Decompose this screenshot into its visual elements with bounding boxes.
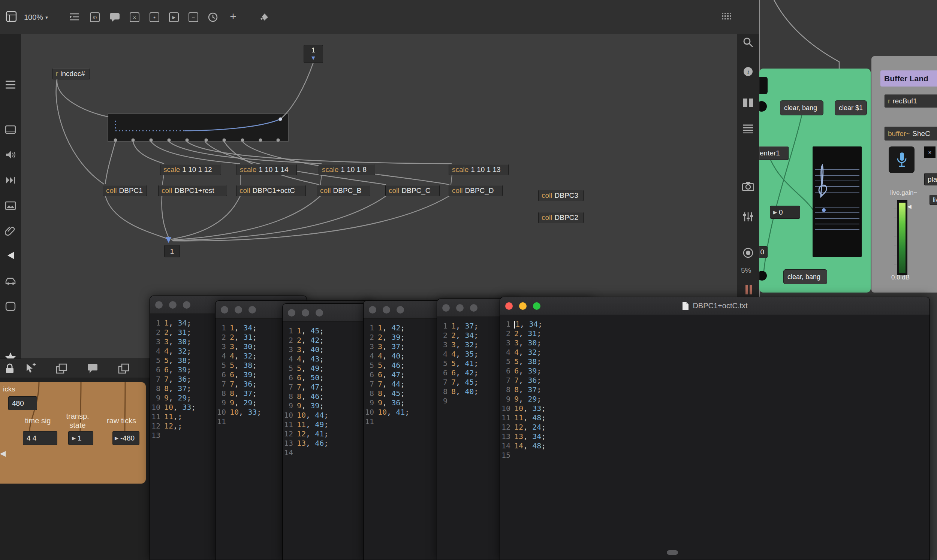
code-line: 1111, 48; (500, 413, 929, 423)
zoom-button[interactable] (316, 309, 323, 317)
menu-icon[interactable] (3, 77, 18, 92)
snapshot-camera-icon[interactable] (741, 178, 755, 194)
close-button[interactable] (288, 309, 295, 317)
top-number-widget[interactable]: 1 ▼ (304, 45, 323, 63)
object-scale-12[interactable]: scale1 10 1 12 (160, 164, 221, 175)
time-sig-value[interactable]: 4 4 (23, 431, 57, 445)
enter-object[interactable]: enter1 (759, 146, 789, 160)
attachment-icon[interactable] (3, 224, 18, 238)
front-editor-window[interactable]: DBPC1+octC.txt 11, 34;22, 31;33, 30;44, … (499, 297, 930, 560)
table-object[interactable] (108, 114, 288, 142)
minimize-button[interactable] (169, 301, 177, 309)
minimize-button[interactable] (383, 306, 390, 314)
object-buffer[interactable]: buffer~SheC (885, 127, 937, 140)
paint-bucket-icon[interactable] (257, 10, 272, 25)
select-cursor-icon[interactable] (23, 361, 37, 376)
object-scale-14[interactable]: scale1 10 1 14 (236, 164, 297, 175)
object-coll-dbpc1[interactable]: collDBPC1 (103, 185, 147, 196)
transp-state-value[interactable]: ▶1 (68, 431, 93, 445)
zoom-button[interactable] (533, 302, 541, 310)
record-icon[interactable] (741, 245, 755, 260)
add-object-icon[interactable]: + (226, 9, 240, 24)
flag-icon[interactable] (85, 361, 100, 376)
lock-icon[interactable] (2, 361, 17, 376)
clear-bang-message[interactable]: clear, bang (783, 269, 827, 284)
close-button[interactable] (369, 306, 376, 314)
play-object-cut[interactable]: pla (924, 173, 937, 185)
vehicle-icon[interactable] (3, 273, 18, 288)
object-scale-8[interactable]: scale1 10 1 8 (319, 164, 375, 175)
toggle-box-icon[interactable]: × (127, 10, 142, 25)
message-box-icon[interactable]: − (186, 10, 201, 25)
copy-icon[interactable] (116, 361, 131, 376)
console-icon[interactable] (3, 122, 18, 137)
clear-arg-message[interactable]: clear $1 (835, 100, 867, 115)
raw-ticks-value[interactable]: ▶-480 (113, 431, 139, 445)
meter-handle-icon[interactable]: ◀ (908, 203, 911, 209)
object-coll-dbpc2[interactable]: collDBPC2 (538, 212, 584, 223)
text-editor-content[interactable]: 11, 34;22, 31;33, 30;44, 32;55, 38;66, 3… (500, 315, 929, 460)
close-box[interactable]: × (924, 146, 935, 158)
window-titlebar[interactable]: DBPC1+octC.txt (500, 297, 929, 315)
pause-icon[interactable] (741, 282, 756, 297)
close-button[interactable] (155, 301, 163, 309)
object-coll-dbpc1-octc[interactable]: collDBPC1+octC (236, 185, 306, 196)
clock-icon[interactable] (205, 10, 220, 25)
search-icon[interactable] (741, 35, 755, 50)
indent-lines-icon[interactable] (67, 10, 82, 25)
close-button[interactable] (505, 302, 513, 310)
minimize-button[interactable] (519, 302, 527, 310)
line-number: 1 (216, 323, 230, 332)
ticks-top-value[interactable]: 480 (8, 396, 37, 410)
live-object-cut[interactable]: live (929, 195, 937, 205)
scrollbar-thumb[interactable] (667, 550, 678, 555)
zoom-button[interactable] (248, 306, 256, 314)
comment-icon[interactable] (107, 10, 122, 25)
app-window-icon[interactable] (5, 10, 18, 23)
close-button[interactable] (442, 304, 450, 312)
object-coll-dbpc1-rest[interactable]: collDBPC1+rest (158, 185, 227, 196)
grid-matrix-icon[interactable] (720, 10, 735, 25)
object-receive-recbuf[interactable]: rrecBuf1 (885, 94, 937, 108)
object-coll-dbpc-c[interactable]: collDBPC_C (385, 185, 440, 196)
code-line: 1010, 33; (500, 404, 929, 413)
list-icon[interactable] (741, 121, 755, 136)
audio-speaker-icon[interactable] (3, 147, 18, 162)
button-box-icon[interactable]: ● (147, 10, 162, 25)
mixer-icon[interactable] (741, 209, 755, 225)
object-scale-13[interactable]: scale1 10 1 13 (448, 164, 509, 175)
close-button[interactable] (221, 306, 228, 314)
back-arrow-icon[interactable] (3, 248, 18, 263)
line-number: 11 (150, 412, 164, 422)
media-image-icon[interactable] (3, 198, 18, 213)
object-coll-dbpc3[interactable]: collDBPC3 (538, 190, 584, 201)
line-number: 5 (216, 361, 230, 370)
microphone-button[interactable] (889, 146, 914, 173)
object-coll-dbpc-d[interactable]: collDBPC_D (448, 185, 502, 196)
step-forward-icon[interactable] (3, 173, 18, 188)
cut-object[interactable] (759, 77, 767, 94)
line-number: 3 (283, 345, 297, 354)
line-number: 7 (437, 378, 451, 387)
clear-bang-message[interactable]: clear, bang (780, 100, 823, 115)
zoom-dropdown[interactable]: 100% ▾ (24, 11, 48, 24)
minimize-button[interactable] (456, 304, 464, 312)
play-box-icon[interactable]: ▶ (166, 10, 182, 25)
zoom-button[interactable] (396, 306, 404, 314)
columns-icon[interactable] (741, 95, 755, 110)
object-receive-incdec[interactable]: rincdec# (52, 68, 90, 79)
bottom-number-widget[interactable]: 1 (164, 245, 180, 257)
zoom-button[interactable] (470, 304, 478, 312)
info-icon[interactable]: i (741, 64, 755, 79)
number-box-cut[interactable]: 0 (759, 246, 767, 258)
object-coll-dbpc-b[interactable]: collDBPC_B (317, 185, 370, 196)
number-box[interactable]: ▶0 (770, 206, 800, 219)
gain-meter[interactable] (897, 200, 908, 275)
zoom-button[interactable] (183, 301, 190, 309)
minimize-button[interactable] (234, 306, 242, 314)
minimize-button[interactable] (302, 309, 309, 317)
notation-display[interactable] (812, 146, 861, 257)
frame-icon[interactable] (3, 299, 18, 314)
metro-box-icon[interactable]: m (87, 10, 102, 25)
layers-icon[interactable] (54, 361, 69, 376)
